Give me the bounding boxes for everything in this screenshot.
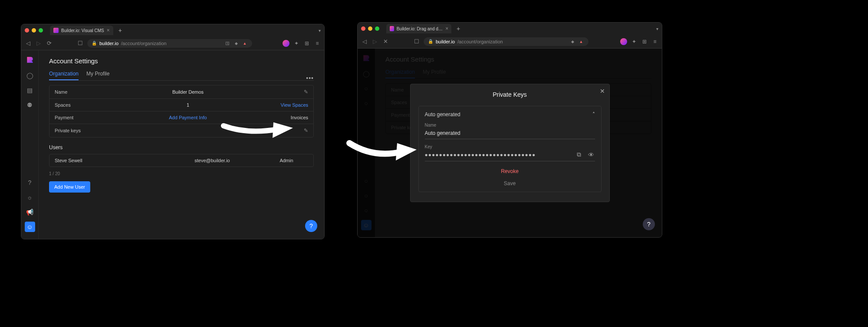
name-field-label: Name (425, 123, 595, 128)
bookmark-icon[interactable]: ☐ (77, 40, 84, 46)
new-tab-button[interactable]: + (116, 27, 125, 34)
sidebar-home-icon[interactable]: ◯ (25, 70, 35, 81)
sidebar-help-icon[interactable]: ? (25, 177, 35, 188)
back-button[interactable]: ◁ (361, 38, 368, 45)
user-row: Steve Sewell steve@builder.io Admin (49, 154, 314, 167)
key-masked-value: ●●●●●●●●●●●●●●●●●●●●●●●●●●●●●●● (425, 152, 571, 158)
view-spaces-link[interactable]: View Spaces (260, 102, 308, 108)
profile-avatar-icon[interactable] (620, 38, 627, 45)
window-controls (25, 28, 43, 33)
key-field: ●●●●●●●●●●●●●●●●●●●●●●●●●●●●●●● ⧉ 👁 (425, 150, 595, 161)
key-icon[interactable]: ⚿ (224, 40, 230, 46)
reveal-key-icon[interactable]: 👁 (587, 151, 595, 158)
edit-keys-button[interactable]: ✎ (260, 128, 308, 134)
tab-organization[interactable]: Organization (49, 71, 79, 80)
new-tab-button[interactable]: + (454, 25, 463, 32)
minimize-window-icon[interactable] (368, 26, 372, 31)
forward-button[interactable]: ▷ (35, 40, 42, 46)
row-label: Payment (55, 115, 115, 120)
app-content: ◯ ▤ ⚉ ? ☼ 📢 ☺ Account Settings Organizat… (21, 50, 324, 239)
sidebar-account-icon[interactable]: ☺ (25, 222, 35, 232)
copy-key-icon[interactable]: ⧉ (575, 151, 583, 158)
menu-icon[interactable]: ≡ (314, 40, 321, 47)
close-window-icon[interactable] (25, 28, 29, 33)
tab-title: Builder.io: Visual CMS (61, 28, 104, 33)
modal-backdrop[interactable]: ✕ Private Keys Auto generated ˄ Name Aut… (358, 49, 662, 237)
browser-tab[interactable]: Builder.io: Drag and drop Visu × (386, 24, 451, 33)
maximize-window-icon[interactable] (375, 26, 379, 31)
shield-icon[interactable]: ◆ (569, 39, 575, 45)
row-value: Builder Demos (115, 89, 260, 95)
extensions-icon[interactable]: ✦ (293, 40, 300, 47)
row-private-keys: Private keys ✎ (49, 124, 313, 137)
warning-icon[interactable]: ▲ (242, 40, 248, 46)
sidebar-announce-icon[interactable]: 📢 (25, 207, 35, 217)
sidebar-theme-icon[interactable]: ☼ (25, 192, 35, 203)
shield-icon[interactable]: ◆ (233, 40, 239, 46)
maximize-window-icon[interactable] (39, 28, 43, 33)
browser-tab[interactable]: Builder.io: Visual CMS × (50, 26, 113, 35)
revoke-button[interactable]: Revoke (425, 168, 595, 174)
help-fab[interactable]: ? (643, 218, 655, 230)
toolbar-icons: ✦ ⊞ ≡ (620, 38, 658, 45)
close-window-icon[interactable] (361, 26, 365, 31)
minimize-window-icon[interactable] (32, 28, 36, 33)
add-new-user-button[interactable]: Add New User (49, 181, 90, 193)
row-spaces: Spaces 1 View Spaces (49, 99, 313, 111)
back-button[interactable]: ◁ (25, 40, 32, 46)
name-field-value[interactable]: Auto generated (425, 128, 595, 139)
menu-icon[interactable]: ≡ (651, 38, 658, 45)
forward-button[interactable]: ▷ (372, 38, 378, 45)
address-bar: ◁ ▷ ⟳ ☐ 🔒 builder.io/account/organizatio… (21, 36, 324, 50)
user-role: Admin (265, 158, 308, 163)
tab-title: Builder.io: Drag and drop Visu (397, 26, 443, 31)
row-value: 1 (115, 102, 260, 108)
profile-avatar-icon[interactable] (283, 40, 289, 47)
user-email: steve@builder.io (160, 158, 265, 163)
chevron-up-icon: ˄ (592, 111, 595, 118)
help-fab[interactable]: ? (305, 220, 317, 232)
tab-list-dropdown-icon[interactable]: ▾ (656, 26, 658, 31)
close-tab-icon[interactable]: × (445, 26, 448, 32)
url-input[interactable]: 🔒 builder.io/account/organization ⚿ ◆ ▲ (87, 39, 252, 48)
main-panel: Account Settings Organization My Profile… (39, 50, 324, 239)
page-title: Account Settings (49, 57, 314, 65)
invoices-link[interactable]: Invoices (260, 115, 308, 120)
settings-tabs: Organization My Profile (49, 71, 314, 81)
more-options-icon[interactable]: ••• (306, 75, 314, 82)
row-payment: Payment Add Payment Info Invoices (49, 111, 313, 124)
save-button[interactable]: Save (425, 180, 595, 186)
app-icon[interactable]: ⊞ (303, 40, 310, 47)
stop-button[interactable]: ✕ (382, 38, 389, 45)
key-expander: Auto generated ˄ Name Auto generated Key… (418, 106, 602, 192)
warning-icon[interactable]: ▲ (578, 39, 584, 45)
expander-header[interactable]: Auto generated ˄ (425, 111, 595, 118)
key-field-label: Key (425, 144, 595, 149)
row-label: Spaces (55, 102, 115, 108)
close-modal-button[interactable]: ✕ (600, 88, 605, 95)
close-tab-icon[interactable]: × (107, 27, 110, 33)
bookmark-icon[interactable]: ☐ (413, 38, 420, 45)
builder-logo-icon[interactable] (24, 54, 36, 66)
extensions-icon[interactable]: ✦ (631, 38, 638, 45)
expander-label: Auto generated (425, 111, 460, 118)
users-header: Users (49, 144, 314, 150)
user-name: Steve Sewell (55, 158, 160, 163)
org-panel: Name Builder Demos ✎ Spaces 1 View Space… (49, 85, 314, 137)
modal-title: Private Keys (418, 91, 602, 98)
reload-button[interactable]: ⟳ (46, 40, 53, 46)
private-keys-modal: ✕ Private Keys Auto generated ˄ Name Aut… (410, 84, 610, 202)
sidebar-users-icon[interactable]: ⚉ (25, 100, 35, 110)
sidebar-analytics-icon[interactable]: ▤ (25, 85, 35, 95)
sidebar: ◯ ▤ ⚉ ? ☼ 📢 ☺ (21, 50, 39, 239)
edit-name-button[interactable]: ✎ (260, 89, 308, 95)
tab-my-profile[interactable]: My Profile (86, 71, 109, 80)
row-label: Name (55, 89, 115, 95)
tab-bar: Builder.io: Visual CMS × + ▾ (21, 24, 324, 36)
url-input[interactable]: 🔒 builder.io/account/organization ◆ ▲ (424, 37, 589, 46)
url-domain: builder.io (99, 41, 118, 46)
add-payment-link[interactable]: Add Payment Info (115, 115, 260, 120)
app-content: ◯ ○ ○ ○ ○ ○ ☺ Account Settings Organizat… (358, 49, 662, 237)
tab-list-dropdown-icon[interactable]: ▾ (319, 28, 321, 33)
app-icon[interactable]: ⊞ (641, 38, 648, 45)
